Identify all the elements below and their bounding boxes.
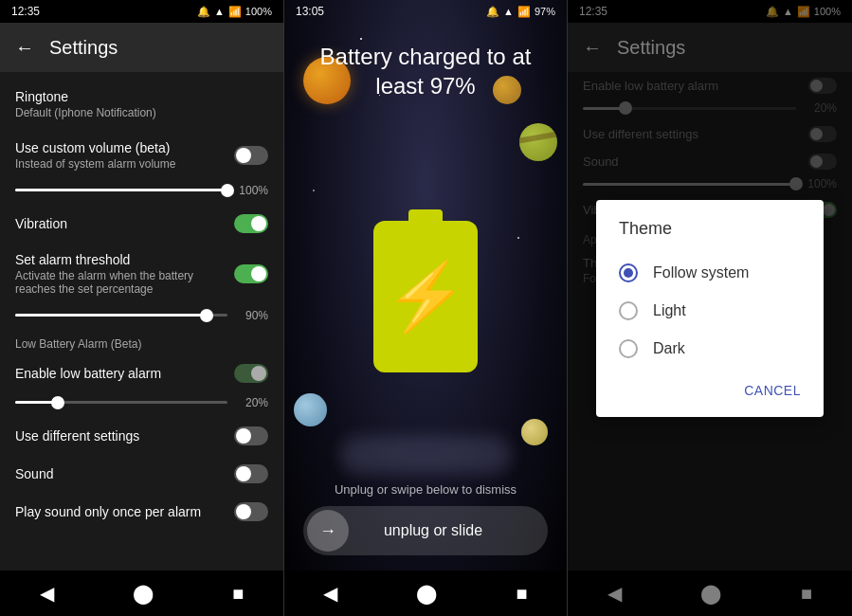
ringtone-item[interactable]: Ringtone Default (Iphone Notification) <box>0 80 283 131</box>
vibration-text: Vibration <box>15 216 234 231</box>
wifi-icon-1: ▲ <box>214 6 225 17</box>
threshold-slider-track[interactable] <box>15 314 227 317</box>
toggle-thumb-6 <box>236 466 251 481</box>
dialog-title: Theme <box>596 219 824 254</box>
custom-volume-text: Use custom volume (beta) Instead of syst… <box>15 140 234 171</box>
ringtone-title: Ringtone <box>15 89 268 104</box>
signal-icon-1: 📶 <box>228 6 242 18</box>
volume-slider-track[interactable] <box>15 189 227 191</box>
dialog-option-label-light: Light <box>653 302 686 319</box>
status-icons-2: 🔔 ▲ 📶 97% <box>486 6 555 18</box>
different-settings-title: Use different settings <box>15 428 234 444</box>
custom-volume-subtitle: Instead of system alarm volume <box>15 157 234 171</box>
ringtone-subtitle: Default (Iphone Notification) <box>15 106 268 121</box>
dialog-option-label-dark: Dark <box>653 340 685 357</box>
unplug-button[interactable]: → unplug or slide <box>303 506 548 555</box>
alarm-threshold-row[interactable]: Set alarm threshold Activate the alarm w… <box>0 243 283 305</box>
threshold-slider-row[interactable]: 90% <box>0 305 283 330</box>
vibration-row[interactable]: Vibration <box>0 205 283 243</box>
battery-icon: ⚡ <box>373 221 478 372</box>
enable-low-battery-toggle[interactable] <box>234 364 268 383</box>
alarm-threshold-title: Set alarm threshold <box>15 252 234 267</box>
sound-title: Sound <box>15 466 234 481</box>
recent-nav-2[interactable]: ■ <box>508 575 535 612</box>
different-settings-row[interactable]: Use different settings <box>0 417 283 455</box>
time-2: 13:05 <box>296 5 324 18</box>
play-once-row[interactable]: Play sound only once per alarm <box>0 493 283 531</box>
bell-icon-2: 🔔 <box>486 6 499 18</box>
low-battery-slider-thumb <box>51 396 64 409</box>
status-bar-2: 13:05 🔔 ▲ 📶 97% <box>284 0 567 23</box>
volume-slider-fill <box>15 189 227 191</box>
battery-bolt: ⚡ <box>385 263 467 330</box>
different-settings-toggle[interactable] <box>234 426 268 445</box>
back-nav-2[interactable]: ◀ <box>316 574 345 612</box>
home-nav-1[interactable]: ⬤ <box>125 574 161 612</box>
custom-volume-title: Use custom volume (beta) <box>15 140 234 155</box>
back-button-1[interactable]: ← <box>15 37 34 59</box>
back-nav-1[interactable]: ◀ <box>32 574 62 612</box>
unplug-container: → unplug or slide <box>284 506 567 571</box>
toggle-thumb-2 <box>251 216 266 231</box>
enable-low-battery-title: Enable low battery alarm <box>15 366 234 381</box>
dialog-cancel-button[interactable]: CANCEL <box>733 375 812 406</box>
dialog-option-follow-system[interactable]: Follow system <box>596 254 824 292</box>
toggle-thumb-7 <box>236 504 251 519</box>
battery-top <box>408 209 443 221</box>
toggle-thumb-4 <box>251 366 266 381</box>
battery-title: Battery charged to at least 97% <box>284 23 567 110</box>
play-once-title: Play sound only once per alarm <box>15 504 234 519</box>
nav-bar-1: ◀ ⬤ ■ <box>0 571 283 616</box>
radio-dark <box>619 339 638 358</box>
home-nav-2[interactable]: ⬤ <box>408 574 444 612</box>
toggle-thumb <box>236 148 251 163</box>
play-once-toggle[interactable] <box>234 502 268 521</box>
custom-volume-toggle[interactable] <box>234 146 268 165</box>
low-battery-slider-row[interactable]: 20% <box>0 392 283 417</box>
panel-settings-1: 12:35 🔔 ▲ 📶 100% ← Settings Ringtone Def… <box>0 0 284 616</box>
status-bar-1: 12:35 🔔 ▲ 📶 100% <box>0 0 283 23</box>
bell-icon-1: 🔔 <box>197 6 210 18</box>
volume-slider-value: 100% <box>235 184 268 197</box>
threshold-slider-thumb <box>200 309 213 322</box>
time-1: 12:35 <box>11 5 40 18</box>
volume-slider-row[interactable]: 100% <box>0 180 283 205</box>
signal-icon-2: 📶 <box>517 6 531 18</box>
sound-toggle[interactable] <box>234 464 268 483</box>
dialog-overlay[interactable]: Theme Follow system Light Dark CANCEL <box>568 0 852 616</box>
low-battery-slider-track[interactable] <box>15 401 227 404</box>
unplug-label: unplug or slide <box>360 522 506 539</box>
settings-title-1: Settings <box>49 37 118 59</box>
panel-battery: 13:05 🔔 ▲ 📶 97% Battery charged to at le… <box>284 0 568 616</box>
low-battery-slider-value: 20% <box>235 396 268 409</box>
custom-volume-row[interactable]: Use custom volume (beta) Instead of syst… <box>0 131 283 180</box>
dialog-option-label-follow: Follow system <box>653 264 749 281</box>
radio-inner-follow <box>624 268 633 278</box>
unplug-circle: → <box>307 510 349 552</box>
toggle-thumb-5 <box>236 428 251 444</box>
alarm-threshold-toggle[interactable] <box>234 264 268 283</box>
battery-1: 100% <box>245 6 272 17</box>
enable-low-battery-row[interactable]: Enable low battery alarm <box>0 354 283 392</box>
enable-low-battery-text: Enable low battery alarm <box>15 366 234 381</box>
vibration-toggle[interactable] <box>234 214 268 233</box>
volume-slider-thumb <box>221 184 234 197</box>
sound-row[interactable]: Sound <box>0 455 283 493</box>
dialog-option-dark[interactable]: Dark <box>596 330 824 368</box>
play-once-text: Play sound only once per alarm <box>15 504 234 519</box>
wifi-icon-2: ▲ <box>503 6 514 17</box>
low-battery-section-label: Low Battery Alarm (Beta) <box>0 330 283 354</box>
settings-scroll-1[interactable]: Ringtone Default (Iphone Notification) U… <box>0 72 283 571</box>
battery-content: 13:05 🔔 ▲ 📶 97% Battery charged to at le… <box>284 0 567 616</box>
dialog-option-light[interactable]: Light <box>596 292 824 330</box>
theme-dialog: Theme Follow system Light Dark CANCEL <box>596 200 824 417</box>
different-settings-text: Use different settings <box>15 428 234 444</box>
threshold-slider-value: 90% <box>235 309 268 322</box>
battery-icon-container: ⚡ <box>284 110 567 482</box>
radio-light <box>619 301 638 320</box>
recent-nav-1[interactable]: ■ <box>225 575 251 612</box>
alarm-threshold-text: Set alarm threshold Activate the alarm w… <box>15 252 234 296</box>
dialog-actions: CANCEL <box>596 368 824 409</box>
threshold-slider-fill <box>15 314 207 317</box>
nav-bar-2: ◀ ⬤ ■ <box>284 571 567 616</box>
